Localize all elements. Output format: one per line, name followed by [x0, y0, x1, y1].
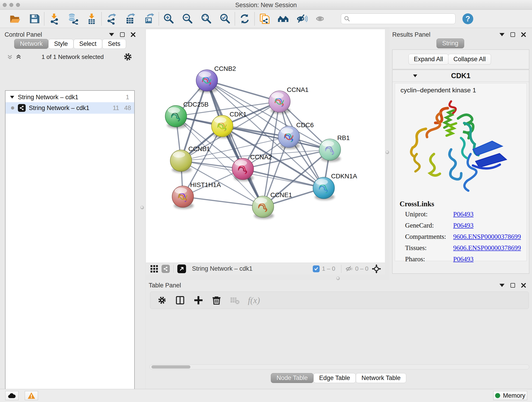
export-image-icon[interactable] [143, 12, 155, 25]
table-options-gear-icon[interactable] [157, 295, 167, 305]
selected-nodes-checkbox-icon[interactable] [313, 265, 320, 272]
edge-hist1h1a-ccne1[interactable] [183, 197, 263, 207]
crosslink-link[interactable]: 9606.ENSP00000378699 [453, 244, 521, 252]
table-panel-close-icon[interactable] [521, 283, 526, 288]
hide-selected-eye-icon[interactable] [296, 12, 308, 25]
memory-button[interactable]: Memory [493, 391, 527, 400]
center-view-crosshair-icon[interactable] [372, 264, 381, 274]
save-session-icon[interactable] [28, 12, 41, 25]
collection-count: 1 [126, 94, 129, 101]
network-graph[interactable]: CCNB2CCNA1CDC25BCDK1CDC6RB1CCNB1CCNA2CDK… [146, 29, 385, 263]
node-rb1[interactable]: RB1 [319, 134, 350, 162]
network-canvas[interactable]: CCNB2CCNA1CDC25BCDK1CDC6RB1CCNB1CCNA2CDK… [146, 29, 385, 263]
import-table-icon[interactable] [85, 12, 98, 25]
node-hist1h1a[interactable]: HIST1H1A [172, 181, 221, 209]
table-tab-network-table[interactable]: Network Table [356, 373, 406, 383]
tab-sets[interactable]: Sets [102, 39, 126, 49]
tab-network[interactable]: Network [14, 39, 48, 49]
network-collection-row[interactable]: String Network – cdk1 1 [6, 92, 134, 102]
zoom-fit-icon[interactable] [200, 12, 213, 25]
node-cdkn1a[interactable]: CDKN1A [313, 172, 357, 200]
svg-text:?: ? [466, 14, 470, 23]
node-ccna1[interactable]: CCNA1 [269, 86, 309, 114]
results-panel-float-icon[interactable] [510, 32, 515, 37]
zoom-out-icon[interactable] [181, 12, 194, 25]
export-network-icon[interactable] [105, 12, 118, 25]
crosslink-row: Compartments:9606.ENSP00000378699 [405, 233, 526, 240]
crosslink-link[interactable]: P06493 [453, 211, 474, 218]
collapse-all-button[interactable]: Collapse All [448, 54, 491, 65]
gene-section-header[interactable]: CDK1 [393, 70, 529, 82]
search-icon [344, 15, 350, 22]
add-column-icon[interactable] [193, 295, 203, 305]
toolbar-search[interactable] [341, 13, 456, 24]
results-panel-close-icon[interactable] [521, 32, 526, 37]
edge-ccnb2-rb1[interactable] [207, 80, 330, 150]
network-view-title: String Network – cdk1 [192, 265, 253, 272]
help-icon[interactable]: ? [462, 12, 474, 25]
edge-ccna2-cdkn1a[interactable] [243, 169, 324, 188]
crosslinks-list: Uniprot:P06493GeneCard:P06493Compartment… [405, 211, 526, 263]
collapse-all-chevron-icon[interactable] [15, 53, 22, 60]
crosslink-label: Compartments: [405, 233, 453, 240]
network-row-selected[interactable]: String Network – cdk1 11 48 [6, 102, 134, 114]
expand-all-button[interactable]: Expand All [409, 54, 448, 65]
node-ccnb2[interactable]: CCNB2 [196, 65, 236, 93]
main-toolbar: ? [0, 10, 532, 28]
table-horizontal-scrollbar[interactable] [149, 364, 529, 370]
left-splitter-grip[interactable] [140, 206, 144, 209]
grid-view-icon[interactable] [150, 265, 158, 273]
control-panel-close-icon[interactable] [131, 32, 136, 37]
window-title: Session: New Session [0, 2, 532, 9]
home-neighbors-icon[interactable] [277, 12, 290, 25]
zoom-in-icon[interactable] [162, 12, 175, 25]
crosslink-row: GeneCard:P06493 [405, 222, 526, 229]
duplicate-network-icon[interactable] [258, 12, 271, 25]
scrollbar-thumb[interactable] [152, 365, 190, 369]
crosslink-link[interactable]: P06493 [453, 222, 474, 229]
crosslink-link[interactable]: P06493 [453, 255, 474, 263]
gene-collapse-triangle-icon[interactable] [413, 73, 418, 78]
node-label-cdkn1a: CDKN1A [331, 172, 357, 180]
control-panel-float-icon[interactable] [120, 32, 125, 37]
horizontal-splitter-grip[interactable] [336, 277, 340, 280]
control-panel: Control Panel NetworkStyleSelectSets 1 o… [0, 28, 145, 389]
network-options-gear-icon[interactable] [123, 52, 133, 61]
birdseye-navigator-icon[interactable] [177, 264, 186, 273]
refresh-layout-icon[interactable] [238, 12, 251, 25]
warnings-button[interactable] [25, 391, 38, 400]
export-table-icon[interactable] [124, 12, 137, 25]
delete-column-icon[interactable] [212, 295, 221, 305]
crosslink-link[interactable]: 9606.ENSP00000378699 [453, 233, 521, 240]
zoom-selected-icon[interactable] [219, 12, 231, 25]
tab-style[interactable]: Style [48, 39, 74, 49]
results-tab-string[interactable]: String [437, 38, 464, 48]
gene-details: cyclin–dependent kinase 1 [395, 83, 527, 261]
table-panel-float-icon[interactable] [510, 283, 515, 288]
collection-expand-triangle-icon[interactable] [10, 95, 15, 100]
status-bar: Memory [0, 389, 532, 402]
right-splitter-grip[interactable] [386, 151, 389, 154]
network-tree-header: 1 of 1 Network selected [5, 52, 135, 62]
open-file-icon[interactable] [8, 12, 21, 25]
crosslink-label: GeneCard: [405, 222, 453, 229]
collection-label: String Network – cdk1 [18, 94, 78, 101]
memory-status-dot [495, 393, 500, 398]
search-input [350, 15, 452, 22]
expand-all-chevron-icon[interactable] [6, 53, 13, 60]
show-columns-icon[interactable] [175, 295, 185, 305]
network-row-label: String Network – cdk1 [29, 104, 89, 112]
results-panel-menu-icon[interactable] [500, 33, 505, 36]
import-network-database-icon[interactable] [66, 12, 79, 25]
import-network-icon[interactable] [48, 12, 60, 25]
table-tab-edge-table[interactable]: Edge Table [313, 373, 356, 383]
tab-select[interactable]: Select [74, 39, 102, 49]
delete-table-icon-disabled [230, 295, 240, 305]
cloud-icon [8, 393, 16, 399]
control-panel-menu-icon[interactable] [109, 33, 114, 36]
table-panel-menu-icon[interactable] [500, 284, 505, 287]
network-selected-status: 1 of 1 Network selected [22, 53, 123, 61]
cloud-button[interactable] [5, 391, 19, 400]
table-tab-node-table[interactable]: Node Table [271, 373, 313, 383]
string-view-icon[interactable] [162, 265, 170, 273]
